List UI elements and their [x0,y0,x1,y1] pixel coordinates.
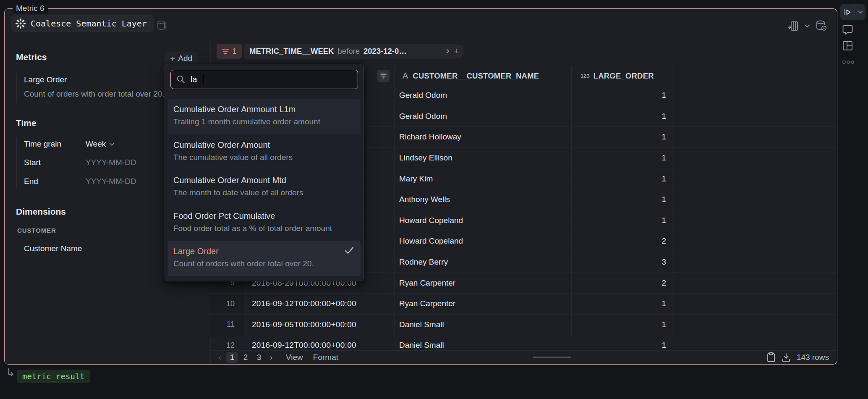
selected-metric-name[interactable]: Large Order [24,75,67,84]
end-label: End [24,177,38,186]
row-count-label: 143 rows [797,353,829,362]
view-output-table-icon[interactable] [787,21,799,32]
cell-large-order: 1 [571,195,672,204]
pagination: ‹ 1 2 3 › [215,352,276,363]
dimension-item-customer-name[interactable]: Customer Name [24,244,82,253]
view-tab[interactable]: View [286,353,303,362]
run-button-group [840,4,865,20]
source-title: Coalesce Semantic Layer [31,18,147,29]
metric-option-description: Food order total as a % of total order a… [173,222,355,235]
database-lightning-icon [156,20,170,32]
number-type-icon: 123 [580,73,590,79]
cell-customer-name: Gerald Odom [394,112,571,121]
time-heading: Time [16,118,37,128]
metric-search-input[interactable]: la [170,70,358,89]
table-footer: ‹ 1 2 3 › View Format 143 rows [210,350,837,365]
cell-large-order: 1 [571,132,672,142]
filter-chip[interactable]: METRIC_TIME__WEEK before 2023-12-0… ✕ [244,44,457,59]
cell-customer-name: Lindsey Ellison [394,153,571,163]
metric-option-list: Cumulative Order Ammount L1m Trailing 1 … [168,99,361,276]
metric-option-title: Cumulative Order Ammount L1m [173,103,355,116]
database-preview-icon[interactable] [815,20,828,32]
cell-customer-name: Daniel Small [394,341,571,350]
column-header-large-order[interactable]: 123 LARGE_ORDER [580,66,654,85]
run-cell-button[interactable] [840,4,855,20]
filter-icon [222,48,229,54]
next-page-icon[interactable]: › [267,353,276,362]
metric-option[interactable]: Large Order Count of orders with order t… [168,241,361,276]
download-icon[interactable] [781,352,791,362]
filter-value: 2023-12-0… [363,47,407,56]
metric-option[interactable]: Food Order Pct Cumulative Food order tot… [168,205,361,241]
more-options-icon[interactable] [842,60,855,64]
header-divider [5,41,837,41]
cell-customer-name: Ryan Carpenter [394,299,571,308]
run-options-chevron-icon[interactable] [855,4,865,20]
page-button-3[interactable]: 3 [253,352,265,363]
dimension-group-label: CUSTOMER [17,227,56,234]
prev-page-icon[interactable]: ‹ [215,353,225,362]
metric-option[interactable]: Cumulative Order Amount Mtd The month to… [168,170,361,205]
copy-table-icon[interactable] [766,352,776,362]
cell-metric-time-week: 2016-09-12T00:00:00+00:00 [246,299,394,308]
indent-guide [16,137,17,188]
cell-customer-name: Daniel Small [394,320,571,329]
snowflake-icon [15,18,26,29]
cell-customer-name: Rodney Berry [394,257,571,267]
output-variable-chip[interactable]: metric_result [17,370,90,383]
metric-option-description: Count of orders with order total over 20… [173,257,355,270]
layout-panel-icon[interactable] [842,40,853,51]
metric-option-description: The cumulative value of all orders [173,151,355,164]
cell-large-order: 1 [571,341,672,350]
row-number: 11 [210,320,246,329]
chevron-down-icon[interactable] [804,24,810,28]
format-tab[interactable]: Format [313,353,338,362]
table-row[interactable]: 11 2016-09-05T00:00:00+00:00 Daniel Smal… [210,315,837,336]
column-header-customer-name[interactable]: A CUSTOMER__CUSTOMER_NAME [403,66,539,85]
cell-metric-time-week: 2016-09-12T00:00:00+00:00 [246,341,394,350]
search-icon [176,75,186,84]
comment-icon[interactable] [842,24,853,35]
metric-option-description: The month to date value of all orders [173,186,355,199]
indent-guide [16,73,17,103]
cell-customer-name: Richard Holloway [394,132,571,142]
cell-large-order: 1 [571,91,672,100]
cell-large-order: 1 [571,153,672,163]
cell-large-order: 1 [571,112,672,121]
cell-metric-time-week: 2016-09-05T00:00:00+00:00 [246,320,394,329]
metric-option[interactable]: Cumulative Order Amount The cumulative v… [168,134,361,170]
page-button-2[interactable]: 2 [240,352,251,363]
metric-option-title: Cumulative Order Amount Mtd [173,174,355,186]
time-grain-select[interactable]: Week [86,139,115,149]
column-filter-button[interactable] [377,70,390,82]
metrics-heading: Metrics [16,52,47,62]
source-chip[interactable]: Coalesce Semantic Layer [11,15,154,32]
metric-option-title: Large Order [173,245,355,257]
table-row[interactable]: 10 2016-09-12T00:00:00+00:00 Ryan Carpen… [210,294,837,315]
add-metric-button[interactable]: + Add [165,52,198,65]
chevron-down-icon [109,142,115,146]
cell-large-order: 2 [571,278,672,288]
horizontal-scrollbar[interactable] [533,357,571,358]
page-button-1[interactable]: 1 [226,352,238,363]
cell-customer-name: Gerald Odom [394,91,571,100]
filter-count-badge[interactable]: 1 [217,44,242,59]
metric-option-title: Food Order Pct Cumulative [173,210,355,222]
dimensions-heading: Dimensions [16,207,66,217]
add-filter-button[interactable]: + [449,45,463,58]
cell-customer-name: Howard Copeland [394,216,571,225]
cell-customer-name: Mary Kim [394,174,571,184]
filter-operator: before [337,47,359,56]
cell-large-order: 1 [571,320,672,329]
end-date-input[interactable]: YYYY-MM-DD [86,177,136,186]
selected-metric-description: Count of orders with order total over 20… [24,89,165,99]
metric-option[interactable]: Cumulative Order Ammount L1m Trailing 1 … [168,99,361,134]
search-query: la [191,75,197,84]
cell-title[interactable]: Metric 6 [13,3,48,13]
row-number: 10 [210,299,246,308]
output-arrow-icon: ↳ [6,366,15,379]
cell-large-order: 1 [571,174,672,184]
time-grain-label: Time grain [24,139,61,149]
cell-large-order: 3 [571,257,672,267]
start-date-input[interactable]: YYYY-MM-DD [86,158,136,167]
